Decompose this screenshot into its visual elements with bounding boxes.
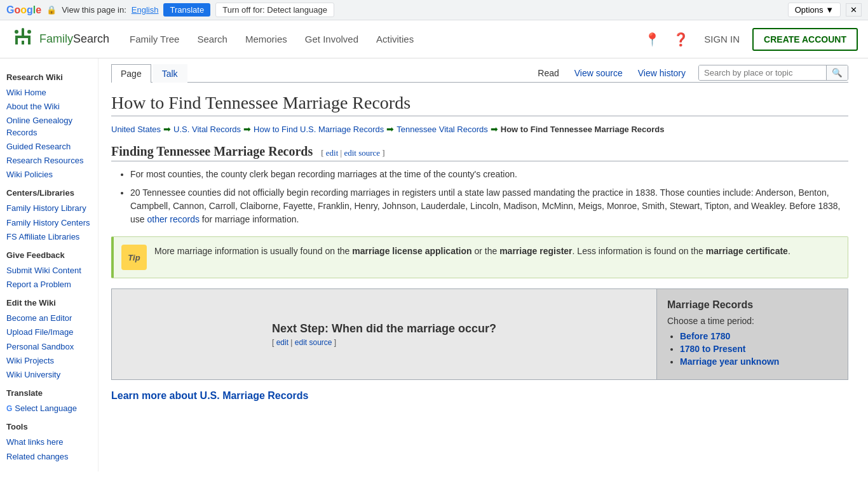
time-period-list: Before 1780 1780 to Present Marriage yea… [680,331,837,367]
sidebar-link-wiki-home[interactable]: Wiki Home [6,86,92,100]
sidebar-link-related-changes[interactable]: Related changes [6,450,92,464]
sidebar-link-wiki-projects[interactable]: Wiki Projects [6,354,92,368]
close-translate-button[interactable]: ✕ [846,3,862,17]
action-view-history[interactable]: View history [630,64,693,82]
create-account-button[interactable]: CREATE ACCOUNT [752,28,858,51]
year-unknown-link[interactable]: Marriage year unknown [680,356,779,367]
breadcrumb-arrow: ➡ [243,124,251,134]
tip-icon: Tip [121,245,147,270]
nav-get-involved[interactable]: Get Involved [297,29,366,50]
sidebar-link-report-problem[interactable]: Report a Problem [6,278,92,292]
nav-search[interactable]: Search [189,29,235,50]
svg-point-7 [22,28,24,30]
header-right: 📍 ❓ SIGN IN CREATE ACCOUNT [642,28,858,51]
help-icon-button[interactable]: ❓ [670,29,691,50]
tab-page[interactable]: Page [111,64,151,83]
google-translate-g: G [6,404,12,413]
article-title: How to Find Tennessee Marriage Records [111,93,848,116]
marriage-table: Next Step: When did the marriage occur? … [111,288,848,380]
nav-memories[interactable]: Memories [238,29,295,50]
action-view-source[interactable]: View source [567,64,630,82]
table-next-step-text: Next Step: When did the marriage occur? [272,322,496,336]
breadcrumb-arrow: ➡ [491,124,498,134]
sidebar-section-title-centers: Centers/Libraries [6,188,92,198]
learn-more-link[interactable]: Learn more about U.S. Marriage Records [111,390,848,402]
svg-point-6 [15,30,18,34]
sidebar-link-fs-affiliate[interactable]: FS Affiliate Libraries [6,230,92,244]
main-nav: Family Tree Search Memories Get Involved… [122,29,421,50]
nav-family-tree[interactable]: Family Tree [122,29,187,50]
1780-present-link[interactable]: 1780 to Present [680,344,746,354]
content-area: Research Wiki Wiki Home About the Wiki O… [0,58,868,471]
main-content: Page Talk Read View source View history … [98,58,861,471]
before-1780-link[interactable]: Before 1780 [680,331,730,341]
section-title-finding: Finding Tennessee Marriage Records [ edi… [111,144,848,161]
sidebar-section-edit-wiki: Edit the Wiki Become an Editor Upload Fi… [6,298,92,382]
list-item-2: 20 Tennessee counties did not officially… [130,186,848,226]
nav-activities[interactable]: Activities [369,29,421,50]
options-button[interactable]: Options ▼ [788,3,841,17]
svg-point-8 [27,30,31,34]
section-edit-link[interactable]: edit [326,148,339,158]
table-edit-source-link[interactable]: edit source [295,338,332,347]
turnoff-button[interactable]: Turn off for: Detect language [215,3,334,17]
location-icon-button[interactable]: 📍 [642,29,663,50]
sidebar: Research Wiki Wiki Home About the Wiki O… [0,58,98,471]
sidebar-link-wiki-policies[interactable]: Wiki Policies [6,168,92,182]
tab-talk[interactable]: Talk [153,64,187,83]
sidebar-section-title-tools: Tools [6,422,92,431]
wiki-search-input[interactable] [699,65,826,80]
sidebar-link-select-language[interactable]: Select Language [15,402,77,416]
list-item-1780-present: 1780 to Present [680,344,837,354]
sidebar-link-what-links[interactable]: What links here [6,435,92,449]
logo-link[interactable]: FamilySearch [10,27,109,52]
list-item-1: For most counties, the county clerk bega… [130,168,848,181]
translate-button[interactable]: Translate [163,3,210,17]
sidebar-link-online-genealogy[interactable]: Online Genealogy Records [6,114,92,139]
section1-list: For most counties, the county clerk bega… [130,168,848,226]
logo-text: FamilySearch [39,32,109,46]
svg-rect-5 [22,41,24,44]
sidebar-section-title-feedback: Give Feedback [6,250,92,260]
translate-bar: Google 🔒 View this page in: English Tran… [0,0,868,20]
table-right: Marriage Records Choose a time period: B… [657,289,848,379]
language-link[interactable]: English [132,5,159,15]
sidebar-section-title: Research Wiki [6,72,92,82]
sidebar-link-about[interactable]: About the Wiki [6,100,92,114]
wiki-search-button[interactable]: 🔍 [826,65,848,80]
svg-rect-4 [28,36,31,44]
page-tabs: Page Talk Read View source View history … [111,58,848,83]
table-edit-link[interactable]: edit [276,338,288,347]
google-logo: Google [6,4,41,16]
sign-in-button[interactable]: SIGN IN [699,31,745,47]
list-item-before-1780: Before 1780 [680,331,837,341]
sidebar-link-upload-file[interactable]: Upload File/Image [6,325,92,339]
sidebar-link-family-history-library[interactable]: Family History Library [6,201,92,215]
other-records-link[interactable]: other records [147,214,199,224]
choose-time-period: Choose a time period: [667,316,837,326]
sidebar-link-wiki-university[interactable]: Wiki University [6,368,92,382]
section-edit-source-link[interactable]: edit source [344,148,380,158]
sidebar-link-family-history-centers[interactable]: Family History Centers [6,216,92,230]
breadcrumb-arrow: ➡ [163,124,171,134]
main-header: FamilySearch Family Tree Search Memories… [0,20,868,58]
sidebar-section-title-edit: Edit the Wiki [6,298,92,308]
sidebar-section-centers: Centers/Libraries Family History Library… [6,188,92,244]
breadcrumb-us-vital-records[interactable]: U.S. Vital Records [173,125,241,134]
marriage-records-title: Marriage Records [667,299,837,311]
sidebar-link-become-editor[interactable]: Become an Editor [6,311,92,325]
sidebar-link-guided-research[interactable]: Guided Research [6,140,92,154]
breadcrumb-united-states[interactable]: United States [111,125,161,134]
breadcrumb-tennessee-vital[interactable]: Tennessee Vital Records [397,125,488,134]
sidebar-section-feedback: Give Feedback Submit Wiki Content Report… [6,250,92,292]
lock-icon: 🔒 [46,5,57,15]
sidebar-link-research-resources[interactable]: Research Resources [6,154,92,168]
sidebar-link-personal-sandbox[interactable]: Personal Sandbox [6,340,92,354]
action-read[interactable]: Read [530,64,566,82]
svg-rect-3 [15,36,18,44]
sidebar-link-submit-wiki[interactable]: Submit Wiki Content [6,264,92,278]
breadcrumb-us-marriage-records[interactable]: How to Find U.S. Marriage Records [254,125,384,134]
sidebar-section-title-translate: Translate [6,388,92,398]
wiki-search-box: 🔍 [698,65,848,81]
sidebar-section-tools: Tools What links here Related changes [6,422,92,463]
